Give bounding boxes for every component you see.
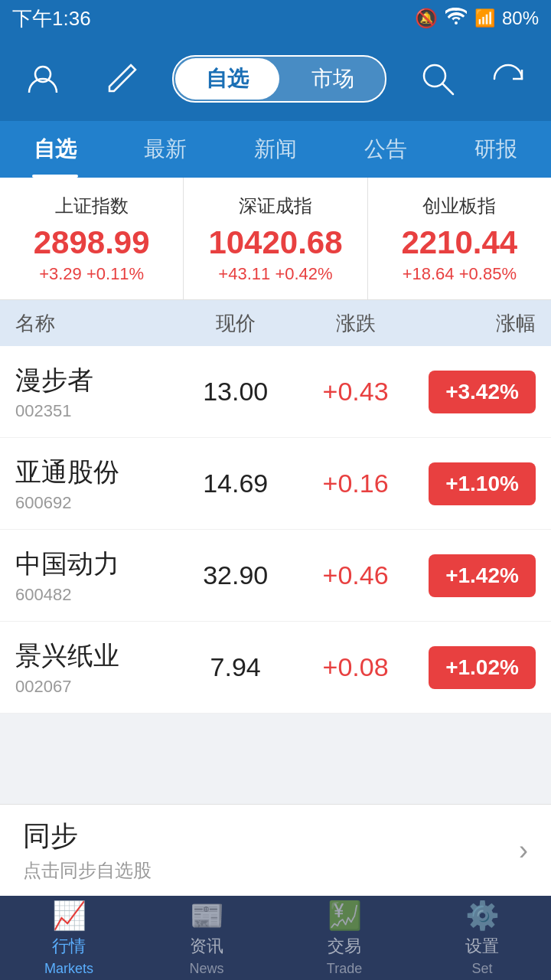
index-shenzhen-comp[interactable]: 深证成指 10420.68 +43.11 +0.42% (183, 178, 367, 299)
stock-info-1: 亚通股份 600692 (15, 455, 175, 513)
stock-price-1: 14.69 (175, 469, 295, 498)
stock-name-0: 漫步者 (15, 363, 175, 398)
stock-code-3: 002067 (15, 677, 175, 697)
view-toggle[interactable]: 自选 市场 (172, 55, 386, 103)
status-time: 下午1:36 (12, 5, 91, 32)
stock-list: 漫步者 002351 13.00 +0.43 +3.42% 亚通股份 60069… (0, 346, 551, 714)
col-header-pct: 涨幅 (416, 310, 536, 337)
refresh-icon[interactable] (481, 51, 536, 106)
status-bar: 下午1:36 🔕 📶 80% (0, 0, 551, 37)
stock-price-2: 32.90 (175, 560, 295, 590)
index-chinext[interactable]: 创业板指 2210.44 +18.64 +0.85% (367, 178, 551, 299)
table-row[interactable]: 漫步者 002351 13.00 +0.43 +3.42% (0, 346, 551, 438)
index-name-0: 上证指数 (55, 194, 129, 218)
markets-icon: 📈 (52, 900, 86, 932)
index-shenzhen[interactable]: 上证指数 2898.99 +3.29 +0.11% (0, 178, 183, 299)
stock-code-2: 600482 (15, 585, 175, 605)
content-spacer (0, 714, 551, 804)
bottom-nav-trade[interactable]: 💹 交易 Trade (276, 900, 413, 977)
stock-price-3: 7.94 (175, 652, 295, 682)
stock-change-3: +0.08 (295, 652, 416, 682)
index-name-1: 深证成指 (239, 194, 312, 218)
col-header-change: 涨跌 (295, 310, 416, 337)
stock-price-0: 13.00 (175, 377, 295, 407)
stock-code-0: 002351 (15, 401, 175, 421)
col-header-price: 现价 (175, 310, 295, 337)
sync-text: 同步 点击同步自选股 (23, 818, 152, 883)
edit-icon[interactable] (94, 51, 149, 106)
index-value-2: 2210.44 (401, 224, 517, 261)
settings-icon: ⚙️ (465, 900, 500, 932)
bottom-nav-markets[interactable]: 📈 行情 Markets (0, 900, 138, 977)
chevron-right-icon: › (519, 835, 528, 867)
stock-pct-1: +1.10% (416, 462, 536, 505)
index-change-2: +18.64 +0.85% (403, 264, 517, 284)
table-row[interactable]: 景兴纸业 002067 7.94 +0.08 +1.02% (0, 622, 551, 714)
header-actions (410, 51, 536, 106)
stock-change-1: +0.16 (295, 469, 416, 498)
index-change-1: +43.11 +0.42% (218, 264, 332, 284)
tab-shiChang[interactable]: 市场 (281, 57, 385, 101)
wifi-icon (445, 8, 467, 29)
bottom-nav-settings[interactable]: ⚙️ 设置 Set (413, 900, 551, 977)
nav-tab-gongGao[interactable]: 公告 (331, 121, 441, 178)
table-row[interactable]: 中国动力 600482 32.90 +0.46 +1.42% (0, 530, 551, 622)
search-icon[interactable] (410, 51, 465, 106)
table-row[interactable]: 亚通股份 600692 14.69 +0.16 +1.10% (0, 438, 551, 530)
bottom-nav-news[interactable]: 📰 资讯 News (138, 900, 276, 977)
nav-tab-xinWen[interactable]: 新闻 (220, 121, 331, 178)
col-header-name: 名称 (15, 310, 175, 337)
nav-tab-zuiXin[interactable]: 最新 (110, 121, 220, 178)
bottom-nav: 📈 行情 Markets 📰 资讯 News 💹 交易 Trade ⚙️ 设置 … (0, 896, 551, 980)
index-value-0: 2898.99 (34, 224, 150, 261)
profile-icon[interactable] (15, 51, 70, 106)
stock-info-2: 中国动力 600482 (15, 547, 175, 605)
stock-pct-2: +1.42% (416, 554, 536, 597)
signal-icon: 📶 (474, 8, 494, 28)
index-change-0: +3.29 +0.11% (39, 264, 144, 284)
index-section: 上证指数 2898.99 +3.29 +0.11% 深证成指 10420.68 … (0, 178, 551, 300)
nav-tabs: 自选 最新 新闻 公告 研报 (0, 121, 551, 178)
table-header: 名称 现价 涨跌 涨幅 (0, 300, 551, 346)
stock-name-2: 中国动力 (15, 547, 175, 582)
sync-title: 同步 (23, 818, 152, 855)
nav-tab-ziXuan[interactable]: 自选 (0, 121, 110, 178)
sync-subtitle: 点击同步自选股 (23, 858, 152, 883)
stock-code-1: 600692 (15, 493, 175, 513)
nav-tab-yanBao[interactable]: 研报 (441, 121, 551, 178)
svg-line-2 (442, 83, 453, 94)
stock-name-1: 亚通股份 (15, 455, 175, 490)
stock-pct-3: +1.02% (416, 646, 536, 689)
index-name-2: 创业板指 (422, 194, 496, 218)
index-value-1: 10420.68 (208, 224, 342, 261)
stock-change-2: +0.46 (295, 560, 416, 590)
stock-name-3: 景兴纸业 (15, 639, 175, 674)
stock-change-0: +0.43 (295, 377, 416, 407)
header: 自选 市场 (0, 37, 551, 121)
status-right: 🔕 📶 80% (415, 8, 539, 29)
tab-ziXuan[interactable]: 自选 (175, 58, 279, 100)
sync-bar[interactable]: 同步 点击同步自选股 › (0, 804, 551, 896)
news-icon: 📰 (190, 900, 224, 932)
stock-pct-0: +3.42% (416, 371, 536, 413)
stock-info-0: 漫步者 002351 (15, 363, 175, 421)
trade-icon: 💹 (328, 900, 362, 932)
bell-icon: 🔕 (415, 8, 438, 29)
battery-text: 80% (502, 8, 539, 29)
stock-info-3: 景兴纸业 002067 (15, 639, 175, 697)
